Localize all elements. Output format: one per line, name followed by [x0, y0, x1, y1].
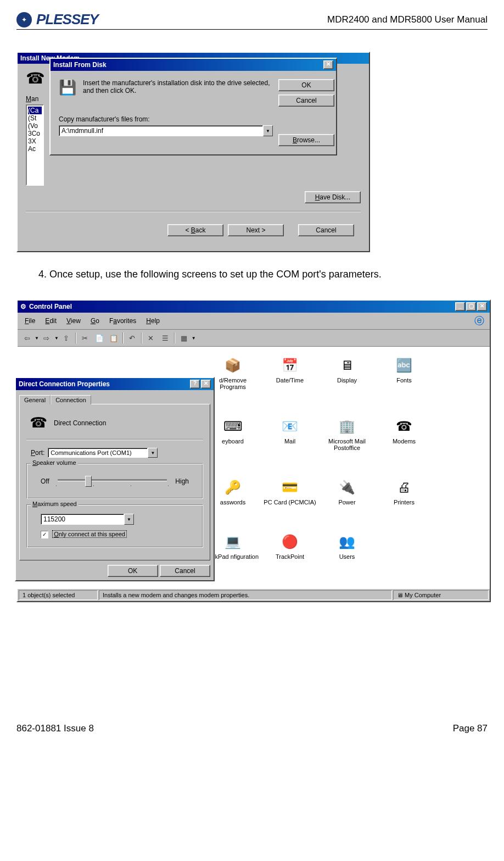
ok-button[interactable]: OK — [278, 79, 334, 91]
props-heading: Direct Connection — [54, 419, 106, 427]
modem-icon: ☎ — [395, 418, 413, 435]
slider-thumb[interactable] — [85, 476, 92, 487]
page-footer: 862-01881 Issue 8 Page 87 — [16, 723, 488, 734]
menu-go[interactable]: Go — [86, 316, 104, 326]
copy-from-label: Copy manufacturer's files from: — [59, 115, 273, 123]
only-connect-label: Only connect at this speed — [52, 530, 127, 538]
mfr-item[interactable]: (Vo — [28, 122, 42, 130]
power-icon: 🔌 — [338, 479, 356, 496]
ok-button[interactable]: OK — [108, 565, 158, 577]
toolbar: ⇦▼ ⇨▼ ⇧ ✂ 📄 📋 ↶ ✕ ☰ ▦▼ — [18, 330, 490, 347]
cancel-button[interactable]: Cancel — [298, 224, 354, 236]
mfr-item[interactable]: (St — [28, 114, 42, 122]
ie-icon: ⓔ — [474, 314, 487, 327]
menu-bar: File Edit View Go Favorites Help ⓔ — [18, 313, 490, 330]
install-disk-instruction: Insert the manufacturer's installation d… — [83, 79, 273, 96]
properties-icon[interactable]: ☰ — [159, 331, 172, 345]
speed-select[interactable]: 115200 — [41, 514, 124, 525]
mail-icon: 📧 — [281, 418, 299, 435]
install-disk-title: Install From Disk — [53, 61, 107, 69]
cp-item-printers[interactable]: 🖨Printers — [377, 479, 432, 524]
calendar-icon: 📅 — [281, 357, 299, 374]
cp-item-mspostoffice[interactable]: 🏢Microsoft Mail Postoffice — [320, 418, 374, 470]
chevron-down-icon[interactable]: ▼ — [263, 125, 273, 136]
logo-icon: ✦ — [16, 12, 32, 27]
next-button[interactable]: Next > — [228, 224, 284, 236]
cp-item-users[interactable]: 👥Users — [320, 533, 374, 579]
menu-edit[interactable]: Edit — [41, 316, 61, 326]
volume-high-label: High — [175, 477, 189, 485]
back-icon[interactable]: ⇦ — [20, 331, 33, 345]
speaker-volume-group: Speaker volume Off '''' High — [26, 463, 203, 499]
browse-button[interactable]: Browse... — [278, 134, 334, 146]
cp-item-trackpoint[interactable]: 🔴TrackPoint — [262, 533, 317, 579]
cut-icon[interactable]: ✂ — [79, 331, 92, 345]
chevron-down-icon[interactable]: ▼ — [124, 514, 134, 525]
help-icon[interactable]: ? — [190, 380, 200, 388]
control-panel-icon: ⚙ — [20, 303, 26, 310]
manual-title: MDR2400 and MDR5800 User Manual — [327, 14, 488, 25]
modem-wizard-icon: ☎ — [26, 69, 43, 87]
control-panel-body: Direct Connection Properties ? ✕ General… — [18, 347, 490, 588]
mfr-item[interactable]: Ac — [28, 145, 42, 153]
chevron-down-icon[interactable]: ▼ — [148, 448, 158, 458]
cp-item-power[interactable]: 🔌Power — [320, 479, 374, 524]
tab-connection[interactable]: Connection — [51, 395, 91, 404]
users-icon: 👥 — [338, 533, 356, 551]
volume-slider[interactable] — [58, 479, 167, 481]
maximum-speed-group: Maximum speed 115200 ▼ ✓ Only connect at… — [26, 504, 203, 548]
tab-general[interactable]: General — [19, 395, 51, 404]
logo-text: PLESSEY — [36, 11, 98, 28]
cp-item-datetime[interactable]: 📅Date/Time — [262, 357, 317, 409]
cp-item-display[interactable]: 🖥Display — [320, 357, 374, 409]
props-titlebar: Direct Connection Properties ? ✕ — [16, 378, 214, 390]
forward-icon[interactable]: ⇨ — [40, 331, 53, 345]
views-icon[interactable]: ▦ — [177, 331, 191, 345]
delete-icon[interactable]: ✕ — [144, 331, 158, 345]
close-icon[interactable]: ✕ — [201, 380, 211, 388]
close-icon[interactable]: ✕ — [477, 302, 487, 311]
menu-file[interactable]: File — [20, 316, 40, 326]
props-title: Direct Connection Properties — [19, 380, 110, 388]
trackpoint-icon: 🔴 — [281, 533, 299, 551]
mfr-item[interactable]: 3Co — [28, 130, 42, 137]
display-icon: 🖥 — [338, 357, 356, 374]
direct-connection-properties-dialog: Direct Connection Properties ? ✕ General… — [15, 377, 215, 581]
volume-off-label: Off — [41, 477, 49, 485]
cancel-button[interactable]: Cancel — [160, 565, 210, 577]
laptop-icon: 💻 — [224, 533, 242, 551]
install-from-disk-dialog: Install From Disk ✕ 💾 Insert the manufac… — [49, 58, 337, 155]
up-icon[interactable]: ⇧ — [60, 331, 73, 345]
only-connect-checkbox[interactable]: ✓ — [41, 531, 48, 538]
close-icon[interactable]: ✕ — [323, 60, 333, 69]
paste-icon[interactable]: 📋 — [107, 331, 120, 345]
copy-icon[interactable]: 📄 — [93, 331, 106, 345]
package-icon: 📦 — [224, 357, 242, 374]
menu-view[interactable]: View — [62, 316, 85, 326]
back-button[interactable]: < Back — [167, 224, 223, 236]
install-disk-titlebar: Install From Disk ✕ — [51, 59, 336, 71]
phone-icon: ☎ — [30, 414, 47, 431]
status-bar: 1 object(s) selected Installs a new mode… — [18, 588, 490, 601]
manufacturers-list[interactable]: (Ca (St (Vo 3Co 3X Ac — [26, 104, 44, 186]
minimize-icon[interactable]: _ — [455, 302, 465, 311]
manufacturers-label: Man — [26, 95, 44, 103]
port-select[interactable]: Communications Port (COM1) — [48, 448, 148, 458]
postoffice-icon: 🏢 — [338, 418, 356, 435]
cp-item-modems[interactable]: ☎Modems — [377, 418, 432, 470]
mfr-item[interactable]: (Ca — [28, 107, 42, 114]
cp-item-mail[interactable]: 📧Mail — [262, 418, 317, 470]
card-icon: 💳 — [281, 479, 299, 496]
have-disk-button[interactable]: Have Disk... — [305, 191, 361, 203]
cp-item-fonts[interactable]: 🔤Fonts — [377, 357, 432, 409]
menu-favorites[interactable]: Favorites — [105, 316, 141, 326]
copy-from-input[interactable]: A:\mdmnull.inf — [59, 125, 263, 136]
menu-help[interactable]: Help — [142, 316, 164, 326]
status-selected: 1 object(s) selected — [19, 590, 98, 600]
undo-icon[interactable]: ↶ — [126, 331, 139, 345]
maximize-icon[interactable]: ▢ — [466, 302, 476, 311]
control-panel-window: ⚙Control Panel _ ▢ ✕ File Edit View Go F… — [16, 299, 491, 602]
mfr-item[interactable]: 3X — [28, 137, 42, 145]
cancel-button[interactable]: Cancel — [278, 95, 334, 107]
cp-item-pccard[interactable]: 💳PC Card (PCMCIA) — [262, 479, 317, 524]
